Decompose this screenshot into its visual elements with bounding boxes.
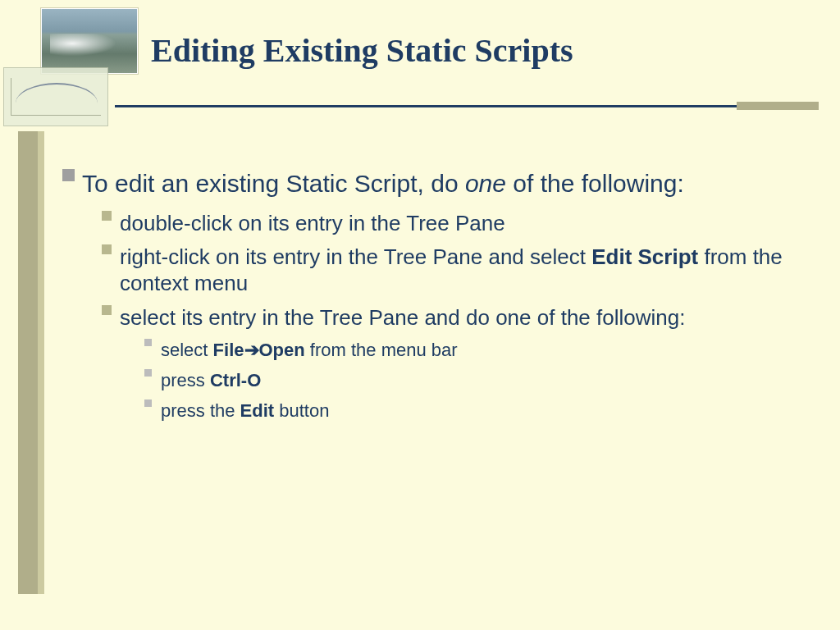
square-bullet-icon: [144, 339, 161, 363]
bullet-text: press the Edit button: [161, 399, 799, 423]
square-bullet-icon: [102, 305, 120, 331]
text-segment: right-click on its entry in the Tree Pan…: [120, 244, 591, 269]
arrow-icon: ➔: [244, 340, 259, 360]
bullet-level3: press the Edit button: [144, 399, 799, 423]
text-bold: File: [213, 340, 244, 360]
text-bold: Open: [259, 340, 305, 360]
title-underline: [115, 105, 819, 107]
bullet-level3: select File➔Open from the menu bar: [144, 339, 799, 363]
square-bullet-icon: [144, 369, 161, 393]
text-bold: Ctrl-O: [210, 370, 261, 390]
title-underline-cap: [737, 102, 819, 110]
bullet-text: press Ctrl-O: [161, 369, 799, 393]
bullet-level1: To edit an existing Static Script, do on…: [62, 169, 799, 199]
bullet-text: select its entry in the Tree Pane and do…: [120, 305, 799, 331]
bullet-text: double-click on its entry in the Tree Pa…: [120, 211, 799, 237]
bullet-level2: right-click on its entry in the Tree Pan…: [102, 244, 799, 296]
text-segment: of the following:: [506, 170, 684, 197]
square-bullet-icon: [102, 211, 120, 237]
bullet-level2: select its entry in the Tree Pane and do…: [102, 305, 799, 331]
slide: { "title": "Editing Existing Static Scri…: [0, 0, 840, 630]
bullet-text: right-click on its entry in the Tree Pan…: [120, 244, 799, 296]
bullet-text: select File➔Open from the menu bar: [161, 339, 799, 363]
header-image-dam: [41, 8, 138, 74]
header-image-graph: [3, 67, 108, 126]
bullet-level3: press Ctrl-O: [144, 369, 799, 393]
left-accent-bar-edge: [38, 131, 44, 594]
bullet-text: To edit an existing Static Script, do on…: [82, 169, 799, 199]
text-segment: To edit an existing Static Script, do: [82, 170, 465, 197]
text-bold: Edit: [240, 400, 275, 421]
bullet-level2: double-click on its entry in the Tree Pa…: [102, 211, 799, 237]
text-segment: button: [274, 400, 329, 421]
text-segment: press the: [161, 400, 240, 421]
text-bold: Edit Script: [591, 244, 698, 269]
square-bullet-icon: [102, 244, 120, 296]
square-bullet-icon: [62, 169, 82, 199]
text-segment: press: [161, 370, 210, 390]
text-segment: from the menu bar: [305, 340, 458, 360]
text-segment: select: [161, 340, 213, 360]
slide-title: Editing Existing Static Scripts: [151, 31, 573, 70]
text-emphasis: one: [465, 170, 506, 197]
slide-body: To edit an existing Static Script, do on…: [62, 169, 799, 429]
left-accent-bar: [18, 131, 38, 594]
square-bullet-icon: [144, 399, 161, 423]
